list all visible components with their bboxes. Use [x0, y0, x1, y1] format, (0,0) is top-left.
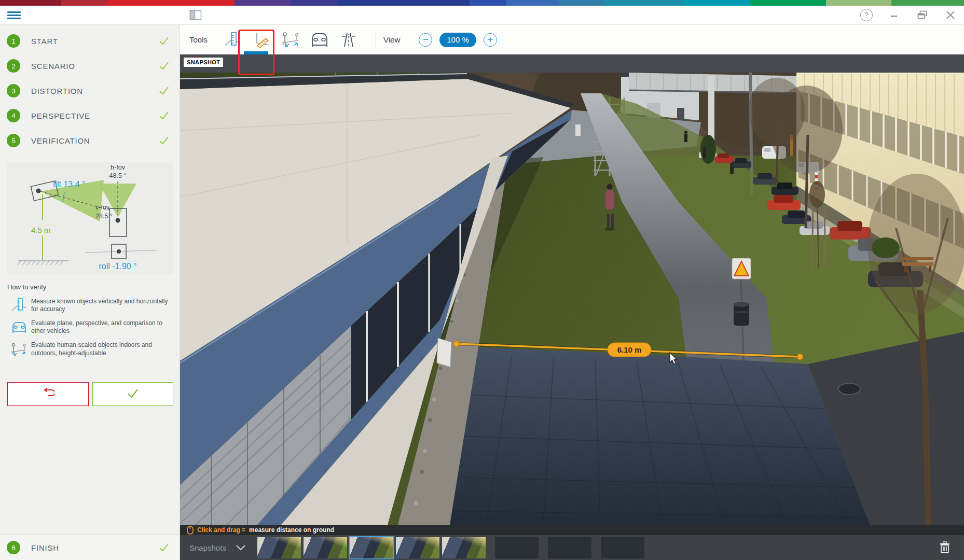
step-done-check-icon	[159, 61, 169, 72]
step-done-check-icon	[159, 111, 169, 122]
entrance-door	[437, 338, 451, 367]
bush	[872, 237, 900, 258]
camera-image-canvas[interactable]: 6.10 m	[180, 73, 964, 525]
zoom-in-button[interactable]: +	[484, 33, 497, 47]
how-to-verify-item: Evaluate human-scaled objects indoors an…	[7, 341, 173, 358]
vehicle-icon	[7, 320, 31, 334]
snapshot-thumbnail[interactable]	[396, 537, 439, 558]
confirm-verification-button[interactable]	[92, 382, 174, 406]
wizard-steps: 1 START 2 SCENARIO 3 DISTORTION 4 PERSPE…	[0, 25, 180, 153]
step-number-badge: 6	[7, 541, 20, 554]
restore-button[interactable]	[915, 8, 930, 22]
snapshot-badge: SNAPSHOT	[184, 58, 223, 67]
snapshots-filmstrip: Snapshots	[180, 535, 964, 560]
status-action: Click and drag =	[197, 526, 245, 534]
litter-bin	[734, 302, 749, 326]
sidebar-step-start[interactable]: 1 START	[0, 29, 180, 53]
measurement-endpoint-b[interactable]	[797, 354, 803, 360]
sidebar-step-verification[interactable]: 5 VERIFICATION	[0, 128, 180, 153]
toolbar-divider	[376, 31, 376, 49]
zoom-level-badge[interactable]: 100 %	[439, 33, 476, 47]
road-tool[interactable]	[337, 29, 360, 51]
status-bar: Click and drag = measure distance on gro…	[180, 525, 964, 535]
hfov-value: 48.5 °	[109, 172, 127, 179]
measure-vertical-tool[interactable]	[221, 29, 244, 51]
close-button[interactable]	[943, 8, 958, 22]
delete-snapshot-button[interactable]	[939, 541, 951, 556]
hamburger-menu-icon[interactable]	[7, 10, 21, 21]
brand-supergraphic	[0, 0, 964, 6]
how-to-verify-title: How to verify	[7, 283, 173, 291]
step-number-badge: 5	[7, 134, 20, 147]
roll-value: roll -1.90 °	[99, 262, 136, 271]
vfov-label: v-fov	[95, 204, 110, 211]
snapshot-placeholder[interactable]	[495, 537, 539, 558]
snapshot-thumbnail-selected[interactable]	[350, 537, 393, 558]
step-number-badge: 1	[7, 34, 20, 48]
step-done-check-icon	[159, 86, 169, 97]
step-done-check-icon	[159, 136, 169, 147]
person-height-tool[interactable]	[279, 29, 302, 51]
sidebar: 1 START 2 SCENARIO 3 DISTORTION 4 PERSPE…	[0, 25, 180, 560]
toolbar: Tools View − 100 % +	[180, 25, 964, 54]
step-number-badge: 4	[7, 109, 20, 122]
how-to-verify-item: Measure known objects vertically and hor…	[7, 297, 173, 314]
evergreen-tree	[700, 135, 716, 164]
main-area: Tools View − 100 % + SNAP	[180, 25, 964, 560]
undo-icon	[41, 388, 54, 400]
minimize-button[interactable]	[887, 8, 902, 22]
verification-actions	[7, 382, 173, 406]
measurement-label: 6.10 m	[617, 345, 642, 354]
snapshot-thumbnail[interactable]	[442, 537, 486, 558]
step-number-badge: 3	[7, 84, 20, 97]
sidebar-step-perspective[interactable]: 4 PERSPECTIVE	[0, 103, 180, 128]
tools-label: Tools	[189, 35, 208, 44]
measure-ground-tool[interactable]	[250, 29, 273, 51]
tilt-value: tilt 13.4 °	[53, 180, 85, 189]
chevron-down-icon[interactable]	[236, 544, 246, 551]
snapshot-placeholder[interactable]	[601, 537, 644, 558]
step-number-badge: 2	[7, 59, 20, 73]
status-description: measure distance on ground	[249, 526, 334, 534]
snapshots-dropdown-label[interactable]: Snapshots	[189, 543, 226, 552]
view-label: View	[383, 35, 400, 44]
camera-pose-diagram: tilt 13.4 ° v-fov 28.5 ° 4.5 m h-fov 48.…	[7, 162, 173, 274]
snapshot-thumbnail[interactable]	[257, 537, 301, 558]
step-done-check-icon	[159, 36, 169, 47]
sidebar-step-scenario[interactable]: 2 SCENARIO	[0, 53, 180, 78]
sidebar-step-distortion[interactable]: 3 DISTORTION	[0, 78, 180, 103]
paved-plaza[interactable]	[424, 346, 870, 525]
how-to-verify-item: Evaluate plane, perspective, and compari…	[7, 319, 173, 335]
how-to-verify-section: How to verify Measure known objects vert…	[7, 283, 173, 363]
snapshot-placeholder[interactable]	[548, 537, 591, 558]
hfov-label: h-fov	[111, 164, 126, 171]
zoom-out-button[interactable]: −	[419, 33, 432, 47]
help-button[interactable]: ?	[859, 8, 874, 22]
height-value: 4.5 m	[31, 226, 51, 234]
person-measure-icon	[7, 341, 31, 358]
snapshot-thumbnail[interactable]	[304, 537, 347, 558]
sidebar-toggle-icon[interactable]	[189, 10, 202, 22]
camera-calibration-app: ? 1 START 2 SCENARIO 3 DISTORTION	[0, 0, 964, 560]
titlebar: ?	[0, 6, 964, 25]
check-icon	[127, 388, 139, 400]
vfov-value: 28.5 °	[95, 213, 113, 220]
mouse-hint-icon	[187, 526, 194, 535]
snapshot-thumbnails	[257, 537, 644, 558]
step-done-check-icon	[159, 543, 169, 554]
snapshot-header-bar: SNAPSHOT	[180, 54, 964, 73]
manhole-cover	[838, 383, 860, 395]
undo-verification-button[interactable]	[7, 382, 89, 406]
measurement-endpoint-a[interactable]	[454, 341, 460, 347]
vehicle-tool[interactable]	[308, 29, 331, 51]
sidebar-step-finish[interactable]: 6 FINISH	[0, 535, 180, 560]
measure-vertical-icon	[7, 297, 31, 314]
